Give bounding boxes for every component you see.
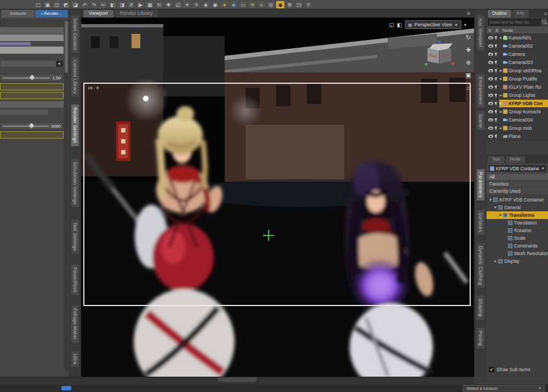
scene-node-row[interactable]: Plane: [487, 132, 548, 141]
setting-color-swatch[interactable]: [0, 42, 31, 45]
parameters-node-selector[interactable]: KFRP VDB Container ▼: [488, 164, 547, 172]
scene-node-body[interactable]: ► Group us03Roa: [499, 67, 548, 74]
left-dock-tab[interactable]: Ultra: [71, 350, 79, 367]
slider-track[interactable]: [3, 125, 49, 127]
setting-slider[interactable]: 3080: [0, 122, 64, 130]
view-settings-icon[interactable]: ◧: [397, 22, 402, 28]
help-icon[interactable]: ?: [304, 1, 312, 8]
expand-arrow-icon[interactable]: ►: [499, 69, 503, 72]
visibility-eye-icon[interactable]: [488, 61, 493, 64]
parameter-tree-row[interactable]: Translation: [487, 219, 548, 227]
scene-node-body[interactable]: Camera: [499, 50, 548, 58]
expand-arrow-icon[interactable]: ►: [499, 102, 503, 105]
left-dock-tab[interactable]: Content Library: [71, 56, 79, 97]
outline-tab[interactable]: Info: [512, 10, 529, 18]
primitive-sphere-icon[interactable]: ●: [220, 1, 229, 8]
scene-node-body[interactable]: Camera004: [499, 116, 548, 124]
selection-pointer-icon[interactable]: [495, 68, 498, 73]
scene-node-body[interactable]: ► Group Lights: [499, 91, 548, 99]
frame-view-icon[interactable]: ▣: [464, 72, 472, 79]
scene-node-row[interactable]: ► Group mob: [487, 124, 548, 132]
left-panel-scrollbar[interactable]: [64, 20, 68, 371]
viewport-3d-area[interactable]: 16 : 9 ◱◧ ▦ Perspective View ▼ ▾ Right F…: [81, 18, 474, 377]
scene-node-body[interactable]: ► KFRP VDB Con: [499, 100, 548, 107]
import-icon[interactable]: ◩: [62, 1, 70, 8]
left-dock-tab[interactable]: Render Settings: [71, 104, 79, 146]
cube-left-face[interactable]: Right: [427, 48, 439, 64]
export-icon[interactable]: ◪: [71, 1, 79, 8]
selection-pointer-icon[interactable]: [495, 77, 498, 81]
visibility-eye-icon[interactable]: [488, 126, 493, 130]
right-dock-tab[interactable]: Environment: [476, 73, 485, 108]
setting-dropdown[interactable]: [0, 47, 64, 54]
render-settings-icon[interactable]: ⚙: [286, 1, 294, 8]
scene-node-body[interactable]: ► Group Puddle: [499, 75, 548, 83]
delete-icon[interactable]: ✗: [127, 1, 135, 8]
selection-pointer-icon[interactable]: [495, 126, 498, 130]
visibility-eye-icon[interactable]: [488, 36, 493, 39]
node-selection-tool-icon[interactable]: ▶: [136, 1, 145, 8]
file-save-icon[interactable]: ◫: [53, 1, 61, 8]
left-dock-tab[interactable]: Simulation Settings: [71, 158, 79, 207]
visibility-eye-icon[interactable]: [488, 135, 493, 138]
show-sub-items-row[interactable]: ✔ Show Sub Items: [487, 367, 548, 384]
distant-light-icon[interactable]: ☀: [248, 1, 256, 8]
selection-pointer-icon[interactable]: [495, 93, 498, 97]
slider-nub[interactable]: [30, 74, 35, 80]
visibility-eye-icon[interactable]: [488, 85, 493, 89]
spotlight-icon[interactable]: ◐: [258, 1, 266, 8]
selection-pointer-icon[interactable]: [495, 109, 498, 114]
scene-node-row[interactable]: Camera003: [487, 59, 548, 67]
translate-tool-icon[interactable]: ✚: [164, 1, 173, 8]
selection-pointer-icon[interactable]: [495, 118, 498, 122]
scene-node-body[interactable]: ► Group mob: [499, 124, 548, 132]
visibility-eye-icon[interactable]: [488, 53, 493, 56]
parameter-tree-row[interactable]: ► Display: [487, 257, 548, 265]
parameter-tree-row[interactable]: Constraints: [487, 242, 548, 250]
primitive-plane-icon[interactable]: ▭: [239, 1, 247, 8]
slider-track[interactable]: [3, 77, 50, 79]
parameter-filter-item[interactable]: All: [487, 174, 548, 181]
left-dock-tab[interactable]: PowerPose: [71, 264, 79, 296]
visibility-eye-icon[interactable]: [488, 94, 493, 97]
scene-filter-input[interactable]: [488, 19, 541, 26]
camera-options-caret-icon[interactable]: ▾: [464, 22, 466, 27]
right-dock-tab[interactable]: Dynamic Clothing: [476, 243, 485, 288]
visibility-eye-icon[interactable]: [488, 44, 493, 48]
scene-node-body[interactable]: ► Group Kunoichi: [499, 108, 548, 116]
expand-arrow-icon[interactable]: ►: [499, 126, 503, 130]
scene-node-row[interactable]: Camera004: [487, 116, 548, 124]
slider-nub[interactable]: [28, 123, 34, 128]
scrollbar-thumb[interactable]: [65, 21, 68, 73]
lesson-selector[interactable]: Select a Lesson ▾: [463, 385, 545, 391]
selection-pointer-icon[interactable]: [495, 36, 498, 40]
selection-pointer-icon[interactable]: [495, 52, 498, 56]
expand-arrow-icon[interactable]: ▼: [499, 214, 503, 217]
expand-arrow-icon[interactable]: ►: [499, 36, 503, 39]
scene-node-body[interactable]: ► Kunoichi01: [499, 34, 548, 42]
orientation-cube[interactable]: Right Front: [427, 43, 452, 67]
visibility-eye-icon[interactable]: [488, 118, 493, 122]
rotate-tool-icon[interactable]: ↻: [155, 1, 163, 8]
scene-node-row[interactable]: ► Group Puddle: [487, 75, 548, 83]
status-chip[interactable]: [61, 386, 71, 390]
cut-icon[interactable]: ✂: [99, 1, 107, 8]
expand-arrow-icon[interactable]: ▼: [489, 198, 493, 201]
right-dock-tab[interactable]: Scene: [476, 111, 485, 131]
scene-node-row[interactable]: Camera002: [487, 42, 548, 50]
setting-combo[interactable]: ▼: [0, 60, 64, 67]
setting-row[interactable]: [0, 109, 48, 115]
scene-node-body[interactable]: Camera002: [499, 42, 548, 50]
parameter-tree-row[interactable]: Rotation: [487, 227, 548, 234]
file-new-icon[interactable]: ▢: [34, 1, 42, 8]
show-sub-items-checkbox[interactable]: ✔: [489, 367, 494, 372]
visibility-eye-icon[interactable]: [488, 110, 493, 113]
right-dock-tab[interactable]: Parameters: [476, 169, 485, 201]
setting-row[interactable]: [0, 101, 64, 108]
scene-node-row[interactable]: Camera: [487, 50, 548, 59]
right-dock-tab[interactable]: Shaping: [476, 295, 485, 320]
viewport-tab[interactable]: Render Library: [115, 10, 158, 18]
parameter-tree-row[interactable]: ▼ KFRP VDB Container: [487, 196, 548, 204]
setting-field[interactable]: [0, 83, 64, 90]
surface-selection-tool-icon[interactable]: ◈: [202, 1, 210, 8]
